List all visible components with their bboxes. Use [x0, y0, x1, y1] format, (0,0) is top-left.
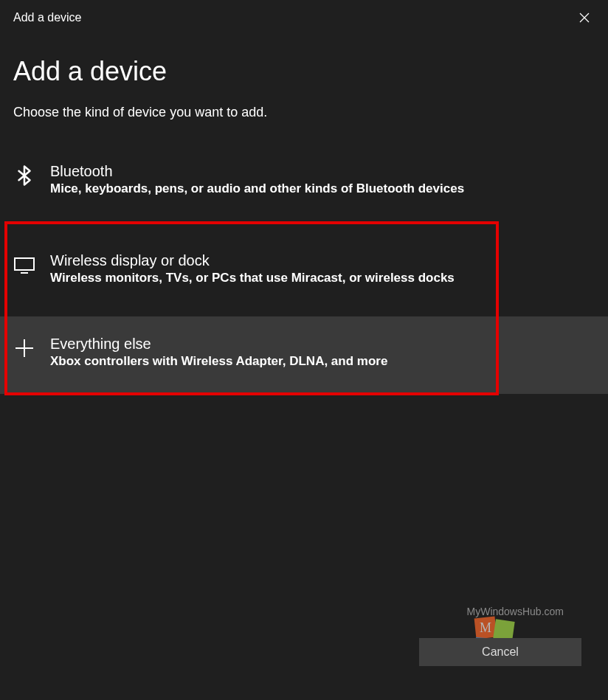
titlebar: Add a device	[0, 0, 608, 35]
titlebar-title: Add a device	[13, 11, 82, 24]
svg-rect-2	[15, 258, 34, 270]
option-bluetooth[interactable]: Bluetooth Mice, keyboards, pens, or audi…	[0, 150, 595, 209]
option-desc: Xbox controllers with Wireless Adapter, …	[50, 354, 595, 369]
option-title: Bluetooth	[50, 163, 595, 180]
page-subtitle: Choose the kind of device you want to ad…	[13, 105, 595, 120]
option-text: Wireless display or dock Wireless monito…	[50, 252, 595, 285]
option-desc: Mice, keyboards, pens, or audio and othe…	[50, 181, 595, 196]
option-text: Everything else Xbox controllers with Wi…	[50, 336, 595, 369]
option-wireless-display[interactable]: Wireless display or dock Wireless monito…	[0, 239, 595, 299]
option-title: Everything else	[50, 336, 595, 353]
option-everything-else[interactable]: Everything else Xbox controllers with Wi…	[0, 316, 608, 394]
plus-icon	[13, 337, 35, 359]
cancel-button[interactable]: Cancel	[419, 638, 581, 666]
cancel-button-label: Cancel	[482, 645, 519, 659]
close-icon	[579, 13, 590, 23]
bluetooth-icon	[13, 164, 35, 187]
display-icon	[13, 254, 35, 276]
spacer	[13, 209, 595, 239]
content-area: Add a device Choose the kind of device y…	[0, 35, 608, 394]
option-title: Wireless display or dock	[50, 252, 595, 269]
svg-text:M: M	[480, 620, 491, 635]
option-desc: Wireless monitors, TVs, or PCs that use …	[50, 271, 595, 285]
close-button[interactable]	[573, 6, 596, 30]
option-text: Bluetooth Mice, keyboards, pens, or audi…	[50, 163, 595, 196]
page-heading: Add a device	[13, 56, 595, 87]
